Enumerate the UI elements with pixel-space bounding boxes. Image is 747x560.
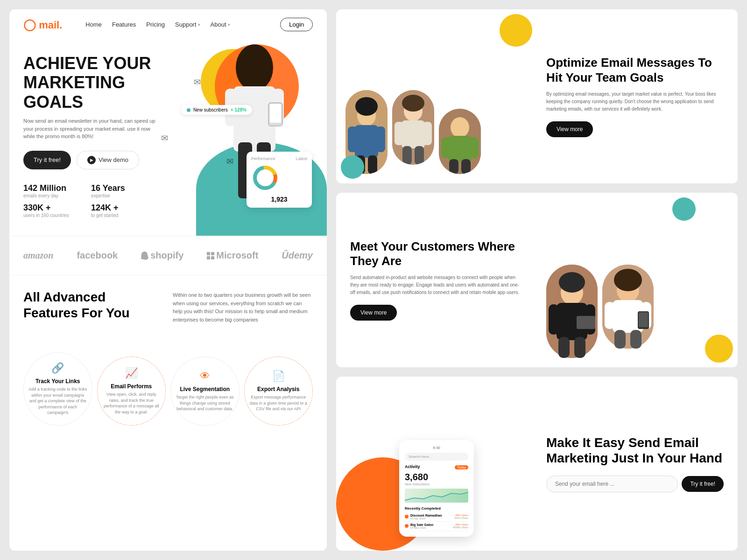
yellow-deco-circle xyxy=(500,14,532,47)
stat-label-4: to get started xyxy=(91,213,145,218)
hero-stats: 142 Million emails every day 16 Years ex… xyxy=(23,183,145,218)
svg-point-47 xyxy=(559,272,585,293)
svg-rect-30 xyxy=(402,146,412,165)
feature-desc-4: Export message performance data in a giv… xyxy=(249,394,308,412)
meet-view-more-button[interactable]: View more xyxy=(350,305,397,321)
svg-rect-58 xyxy=(639,312,648,327)
view-demo-button[interactable]: ▶ View demo xyxy=(77,151,139,169)
campaign-item-1: Discount Ramadhan 05 Apr 2022 30% Open 4… xyxy=(405,512,468,522)
badge-label: New subscribers xyxy=(193,107,228,112)
activity-header: Activity Today xyxy=(405,464,468,471)
svg-rect-52 xyxy=(605,302,615,329)
logos-section: amazon facebook shopify Microsoft Ûdemy xyxy=(9,236,327,275)
feature-export: 📄 Export Analysis Export message perform… xyxy=(244,357,313,426)
svg-rect-29 xyxy=(423,122,432,145)
hero-section: ✉ ✉ ✉ New subscribers + 128% xyxy=(9,40,327,236)
badge-dot xyxy=(187,108,190,112)
donut-chart xyxy=(251,164,279,192)
feature-desc-2: View open, click, and reply rates, and t… xyxy=(102,392,161,415)
stat-years: 16 Years expertise xyxy=(91,183,145,198)
meet-title: Meet Your Customers Where They Are xyxy=(350,239,523,268)
shopify-logo: shopify xyxy=(141,250,183,261)
customer-photo-1 xyxy=(546,265,598,358)
export-icon: 📄 xyxy=(272,370,285,382)
easy-title: Make It Easy Send Email Marketing Just I… xyxy=(546,435,724,466)
optimize-card: Optimize Email Messages To Hit Your Team… xyxy=(336,9,738,183)
features-title: All Advanced Features For You xyxy=(23,289,163,324)
logo[interactable]: ◯ mail. xyxy=(23,18,62,31)
svg-rect-37 xyxy=(469,137,479,158)
svg-rect-39 xyxy=(461,159,471,174)
customer-figure-1 xyxy=(546,265,598,358)
svg-rect-38 xyxy=(449,159,458,174)
team-photo-3 xyxy=(439,109,481,174)
stat-start: 124K + to get started xyxy=(91,203,145,218)
nav-about[interactable]: About ▾ xyxy=(211,21,230,28)
stat-label-3: users in 160 countries xyxy=(23,213,77,218)
campaign-stats-2: 04 Mar 2022 xyxy=(410,526,451,529)
right-panel: Optimize Email Messages To Hit Your Team… xyxy=(336,9,738,551)
perf-label: Performance xyxy=(251,156,275,161)
logos-row: amazon facebook shopify Microsoft Ûdemy xyxy=(23,250,313,261)
meet-images xyxy=(537,193,738,367)
hero-title: ACHIEVE YOUR MARKETING GOALS xyxy=(23,54,182,112)
teal-deco-circle-2 xyxy=(672,197,696,221)
svg-point-34 xyxy=(451,117,469,138)
customer-figure-2 xyxy=(602,265,654,349)
campaign-item-2: Big Sale Galon 04 Mar 2022 30% Open 4006… xyxy=(405,522,468,531)
feature-name-4: Export Analysis xyxy=(257,386,299,392)
feature-name-3: Live Segmentation xyxy=(180,386,230,392)
chevron-down-icon: ▾ xyxy=(228,22,230,27)
stat-num-3: 330K + xyxy=(23,203,77,213)
optimize-view-more-button[interactable]: View more xyxy=(546,121,593,137)
svg-rect-13 xyxy=(207,252,210,255)
svg-rect-8 xyxy=(270,104,281,123)
try-free-easy-button[interactable]: Try it free! xyxy=(682,476,724,492)
nav-pricing[interactable]: Pricing xyxy=(146,21,165,28)
hero-content: ACHIEVE YOUR MARKETING GOALS Now send an… xyxy=(23,54,182,218)
yellow-deco-circle-2 xyxy=(705,335,733,363)
login-button[interactable]: Login xyxy=(280,18,313,31)
campaign-name-1: Discount Ramadhan xyxy=(410,514,452,517)
svg-rect-35 xyxy=(448,136,472,161)
feature-name-2: Email Performs xyxy=(111,383,152,390)
chart-icon: 📈 xyxy=(125,367,138,379)
svg-rect-21 xyxy=(376,126,385,152)
perf-tab: Latest xyxy=(296,156,307,161)
amazon-logo: amazon xyxy=(23,250,53,261)
play-icon: ▶ xyxy=(87,156,96,164)
svg-point-32 xyxy=(402,95,424,112)
stat-num: 142 Million xyxy=(23,183,77,193)
features-section: All Advanced Features For You Within one… xyxy=(9,275,327,440)
nav-features[interactable]: Features xyxy=(112,21,136,28)
stat-num-2: 16 Years xyxy=(91,183,145,193)
svg-rect-28 xyxy=(395,122,404,145)
activity-label: Activity xyxy=(405,464,420,469)
try-free-button[interactable]: Try it free! xyxy=(23,151,71,169)
navbar: ◯ mail. Home Features Pricing Support ▾ … xyxy=(9,9,327,40)
campaign-stats-1: 05 Apr 2022 xyxy=(410,517,452,520)
eye-icon: 👁 xyxy=(200,370,210,382)
activity-chart xyxy=(405,489,468,503)
campaign-name-2: Big Sale Galon xyxy=(410,523,451,526)
customer-photo-2 xyxy=(602,265,654,349)
phone-section: 9:30 Search here... Activity Today 3,680… xyxy=(336,377,537,551)
paper-plane-icon: ✉ xyxy=(194,77,201,87)
feature-desc-3: Target the right people even as things c… xyxy=(176,394,234,412)
team-photo-2 xyxy=(392,90,434,165)
nav-home[interactable]: Home xyxy=(85,21,102,28)
email-input[interactable] xyxy=(546,476,678,492)
phone-mockup: 9:30 Search here... Activity Today 3,680… xyxy=(399,440,474,537)
svg-rect-15 xyxy=(207,256,210,259)
svg-rect-31 xyxy=(415,146,424,165)
svg-rect-43 xyxy=(549,304,559,335)
optimize-desc: By optimizing email messages, your targe… xyxy=(546,91,724,113)
activity-number: 3,680 xyxy=(405,472,468,483)
svg-rect-19 xyxy=(355,125,378,158)
nav-support[interactable]: Support ▾ xyxy=(175,21,200,28)
subscribers-badge: New subscribers + 128% xyxy=(181,105,252,115)
microsoft-logo: Microsoft xyxy=(207,250,258,261)
svg-rect-45 xyxy=(558,337,570,358)
person-figure-2 xyxy=(392,90,434,165)
svg-rect-48 xyxy=(577,316,595,329)
